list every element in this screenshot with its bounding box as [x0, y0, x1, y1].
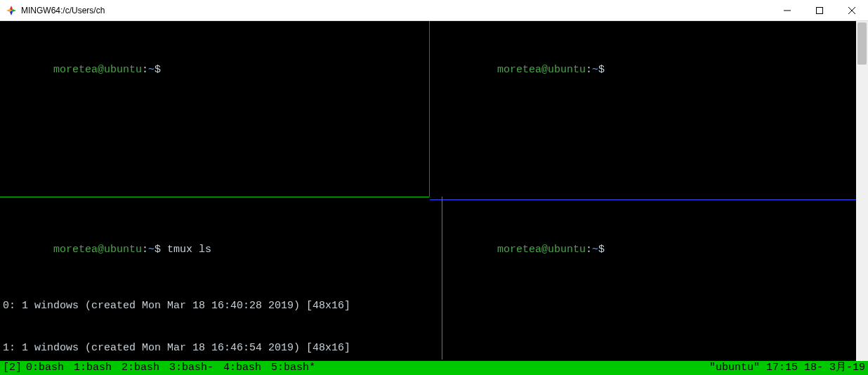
prompt-path: ~: [592, 64, 598, 76]
pane-top-left[interactable]: moretea@ubuntu:~$: [0, 21, 428, 197]
status-window[interactable]: 1:bash: [74, 361, 121, 375]
app-icon: [6, 5, 17, 16]
close-button[interactable]: [836, 0, 868, 21]
pane-divider-vertical-active: [442, 197, 442, 360]
pane-divider-vertical: [429, 21, 430, 197]
prompt-host: moretea@ubuntu: [497, 64, 586, 76]
prompt-path: ~: [592, 244, 598, 256]
scrollbar-thumb[interactable]: [857, 22, 867, 65]
svg-rect-5: [817, 7, 823, 13]
output-line: 1: 1 windows (created Mon Mar 18 16:46:5…: [3, 342, 350, 354]
prompt-host: moretea@ubuntu: [497, 244, 586, 256]
window-title: MINGW64:/c/Users/ch: [21, 6, 105, 15]
terminal-area: moretea@ubuntu:~$ moretea@ubuntu:~$ more…: [0, 21, 868, 375]
tmux-status-bar: [2] 0:bash 1:bash 2:bash 3:bash- 4:bash …: [0, 361, 868, 375]
prompt-command: tmux ls: [167, 244, 211, 256]
prompt-path: ~: [148, 64, 154, 76]
scrollbar[interactable]: [856, 21, 868, 361]
pane-top-right[interactable]: moretea@ubuntu:~$: [430, 21, 855, 199]
status-window[interactable]: 2:bash: [121, 361, 169, 375]
window-titlebar: MINGW64:/c/Users/ch: [0, 0, 868, 21]
status-session-name: "ubuntu": [709, 361, 760, 375]
status-session-index: [2]: [3, 361, 26, 375]
maximize-button[interactable]: [803, 0, 836, 21]
status-window[interactable]: 5:bash*: [271, 361, 325, 375]
prompt-path: ~: [148, 244, 154, 256]
status-time: 17:15: [766, 361, 798, 375]
output-line: 0: 1 windows (created Mon Mar 18 16:40:2…: [3, 300, 350, 312]
status-window[interactable]: 4:bash: [223, 361, 271, 375]
status-date: 18- 3月-19: [804, 361, 865, 375]
pane-bottom-right[interactable]: moretea@ubuntu:~$: [444, 201, 855, 360]
pane-bottom-left-active[interactable]: moretea@ubuntu:~$ tmux ls 0: 1 windows (…: [0, 201, 441, 360]
prompt-host: moretea@ubuntu: [53, 244, 142, 256]
minimize-button[interactable]: [771, 0, 803, 21]
pane-divider-horizontal-active: [0, 197, 429, 197]
status-window[interactable]: 0:bash: [26, 361, 74, 375]
prompt-host: moretea@ubuntu: [53, 64, 142, 76]
status-window[interactable]: 3:bash-: [169, 361, 223, 375]
pane-divider-horizontal-right: [430, 199, 856, 200]
